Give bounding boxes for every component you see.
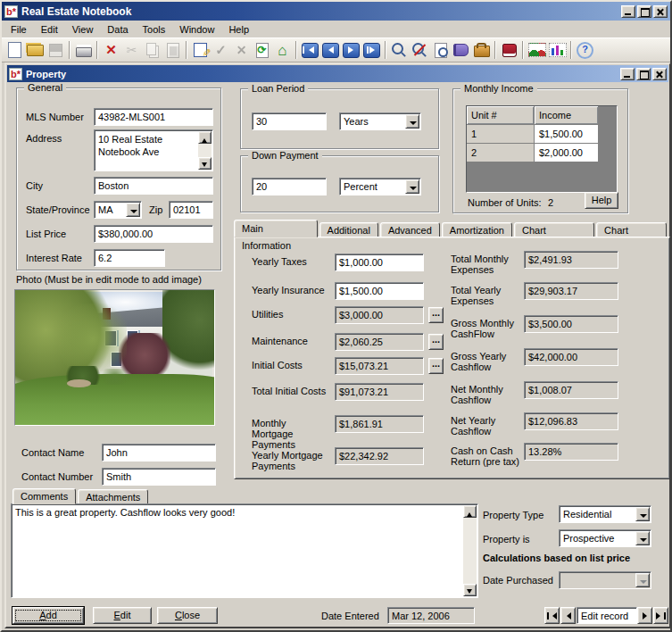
tab-amortization[interactable]: Amortization [442, 222, 512, 237]
tab-advanced[interactable]: Advanced [380, 222, 440, 237]
minimize-icon[interactable] [621, 5, 635, 18]
field-value[interactable]: $1,000.00 [335, 254, 424, 271]
menu-tools[interactable]: Tools [136, 22, 173, 37]
chevron-down-icon[interactable] [635, 507, 650, 521]
open-icon[interactable] [25, 40, 46, 60]
help-icon[interactable] [575, 40, 595, 60]
save-icon[interactable] [46, 40, 66, 60]
first-record-button[interactable] [544, 607, 560, 624]
tab-chart-expenses[interactable]: Chart Expenses [514, 222, 594, 237]
income-row-income[interactable]: $1,500.00 [535, 125, 599, 144]
copy-icon[interactable] [142, 40, 162, 60]
loan-period-group: Loan Period 30 Years [240, 88, 439, 149]
state-province-select[interactable]: MA [94, 201, 142, 219]
property-close-icon[interactable] [652, 68, 667, 80]
interest-rate-input[interactable]: 6.2 [94, 249, 165, 267]
ellipsis-button[interactable]: ... [428, 334, 444, 350]
scroll-up-icon[interactable] [198, 131, 212, 144]
edit-icon[interactable] [190, 40, 211, 60]
property-maximize-icon[interactable] [636, 68, 651, 80]
tab-comments[interactable]: Comments [12, 488, 76, 504]
search-icon[interactable] [389, 40, 410, 60]
help-button[interactable]: Help [585, 192, 618, 209]
refresh-icon[interactable] [252, 40, 272, 60]
address-scrollbar[interactable] [198, 131, 212, 170]
new-icon[interactable] [4, 40, 25, 60]
tab-additional[interactable]: Additional [319, 222, 378, 237]
edit-button[interactable]: Edit [93, 607, 152, 624]
income-row-unit: 1 [467, 125, 535, 144]
paste-icon[interactable] [162, 40, 183, 60]
chevron-down-icon[interactable] [126, 203, 140, 217]
print-icon[interactable] [73, 40, 94, 60]
property-titlebar[interactable]: b* Property [7, 65, 668, 82]
toolbar-separator [494, 41, 496, 59]
delete-icon[interactable] [101, 40, 121, 60]
tab-chart-income[interactable]: Chart Income [596, 222, 667, 237]
contact-number-input[interactable]: Smith [102, 468, 216, 486]
property-minimize-icon[interactable] [620, 68, 635, 80]
scroll-down-icon[interactable] [463, 584, 477, 596]
maximize-icon[interactable] [637, 5, 651, 18]
menu-window[interactable]: Window [172, 22, 221, 37]
preview-icon[interactable] [430, 40, 451, 60]
chevron-down-icon[interactable] [405, 179, 419, 194]
property-type-select[interactable]: Residential [559, 505, 651, 523]
menu-view[interactable]: View [65, 22, 101, 37]
down-payment-unit-select[interactable]: Percent [339, 178, 421, 195]
chart-expenses-icon[interactable] [527, 40, 547, 60]
comments-textarea[interactable]: This is a great property. Cashflow looks… [11, 503, 478, 598]
confirm-icon[interactable] [211, 40, 231, 60]
first-icon[interactable] [300, 40, 320, 60]
previous-record-button[interactable] [560, 607, 576, 624]
address-input[interactable]: 10 Real Estate Notebook Ave [94, 129, 213, 171]
last-record-button[interactable] [653, 607, 668, 624]
list-price-input[interactable]: $380,000.00 [94, 225, 213, 243]
tab-attachments[interactable]: Attachments [78, 489, 148, 504]
scroll-up-icon[interactable] [463, 505, 477, 518]
ellipsis-button[interactable]: ... [428, 307, 444, 323]
field-value: $42,000.00 [524, 348, 618, 366]
close-button[interactable]: Close [157, 607, 218, 624]
scroll-down-icon[interactable] [198, 157, 212, 170]
record-nav-input[interactable]: Edit record [577, 607, 637, 624]
property-photo [14, 289, 215, 426]
cancel-search-icon[interactable] [410, 40, 430, 60]
close-icon[interactable] [653, 5, 668, 18]
menu-data[interactable]: Data [100, 22, 135, 37]
property-content: General MLS Number 43982-MLS001 Address … [7, 82, 668, 626]
mls-number-input[interactable]: 43982-MLS001 [94, 108, 213, 126]
ellipsis-button[interactable]: ... [428, 358, 444, 374]
chart-income-icon[interactable] [547, 40, 568, 60]
briefcase-icon[interactable] [471, 40, 492, 60]
loan-period-input[interactable]: 30 [252, 112, 327, 130]
comments-scrollbar[interactable] [463, 505, 477, 596]
down-payment-input[interactable]: 20 [252, 178, 327, 195]
menu-help[interactable]: Help [221, 22, 256, 37]
chevron-down-icon[interactable] [405, 114, 419, 129]
next-icon[interactable] [341, 40, 361, 60]
contact-name-input[interactable]: John [102, 444, 216, 462]
cancel-edit-icon[interactable] [231, 40, 252, 60]
address-book-icon[interactable] [451, 40, 471, 60]
income-row-income[interactable]: $2,000.00 [535, 144, 599, 162]
city-input[interactable]: Boston [94, 177, 213, 195]
tab-main-information[interactable]: Main Information [234, 220, 318, 237]
chevron-down-icon[interactable] [635, 531, 650, 545]
menu-file[interactable]: File [4, 22, 34, 37]
next-record-button[interactable] [637, 607, 652, 624]
add-button[interactable]: Add [12, 607, 84, 624]
loan-period-unit-select[interactable]: Years [339, 112, 421, 130]
zip-input[interactable]: 02101 [169, 201, 213, 219]
previous-icon[interactable] [320, 40, 341, 60]
cut-icon[interactable] [121, 40, 142, 60]
number-of-units-value: 2 [548, 197, 553, 208]
date-entered-value: Mar 12, 2006 [387, 607, 475, 624]
property-is-select[interactable]: Prospective [559, 529, 651, 547]
field-value[interactable]: $1,500.00 [335, 282, 424, 300]
home-icon[interactable] [272, 40, 293, 60]
menu-edit[interactable]: Edit [34, 22, 65, 37]
main-titlebar[interactable]: b* Real Estate Notebook [2, 2, 670, 21]
notebook-icon[interactable] [499, 40, 519, 60]
last-icon[interactable] [361, 40, 382, 60]
